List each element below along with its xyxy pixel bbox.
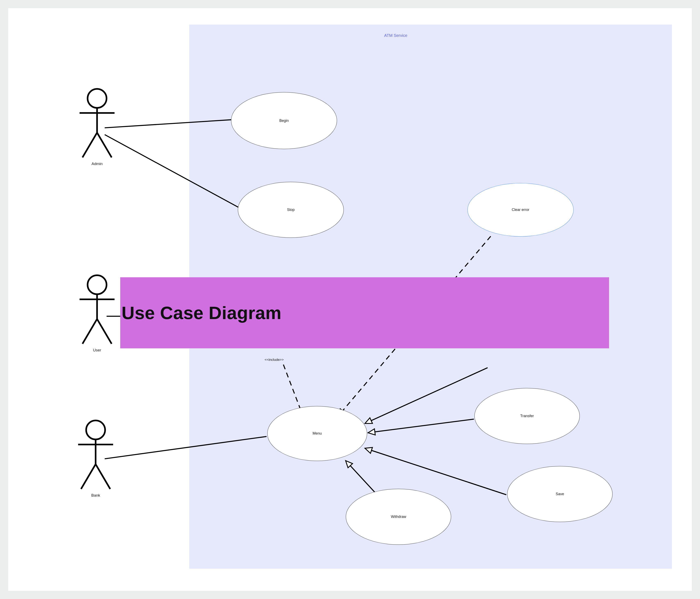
svg-line-13	[82, 133, 97, 157]
actor-user-label: User	[75, 348, 119, 353]
usecase-transfer: Transfer	[474, 388, 580, 444]
svg-point-20	[86, 420, 105, 440]
system-title-label: ATM Service	[384, 33, 407, 38]
svg-line-19	[97, 319, 111, 344]
usecase-save: Save	[507, 466, 612, 522]
svg-line-23	[81, 464, 96, 489]
svg-line-14	[97, 133, 111, 157]
svg-point-15	[88, 275, 107, 294]
actor-bank: Bank	[74, 419, 118, 498]
actor-bank-label: Bank	[74, 493, 118, 498]
usecase-clear-error: Clear error	[468, 183, 573, 237]
usecase-stop: Stop	[238, 182, 344, 238]
usecase-withdraw: Withdraw	[346, 489, 451, 545]
usecase-menu: Menu	[267, 406, 367, 461]
overlay-title-banner: Use Case Diagram	[120, 277, 609, 348]
actor-admin-label: Admin	[75, 162, 119, 166]
actor-user: User	[75, 274, 119, 353]
relation-include-label: <<include>>	[265, 358, 284, 362]
diagram-canvas: ATM Service	[8, 8, 692, 591]
page-frame: ATM Service	[0, 0, 700, 599]
svg-line-18	[82, 319, 97, 344]
svg-point-10	[88, 89, 107, 108]
svg-line-24	[96, 464, 110, 489]
usecase-begin: Begin	[231, 92, 337, 149]
actor-admin: Admin	[75, 87, 119, 166]
